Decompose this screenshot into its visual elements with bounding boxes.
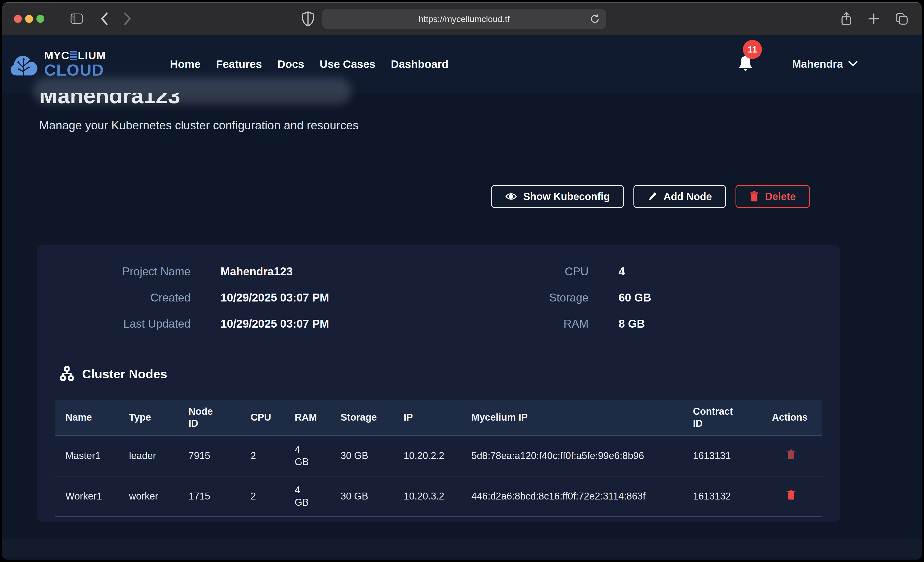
cloud-logo-icon: [9, 50, 40, 78]
storage-value: 60 GB: [588, 285, 840, 311]
close-window-button[interactable]: [14, 15, 22, 23]
tab-overview-icon[interactable]: [895, 12, 909, 25]
trash-icon: [750, 191, 759, 202]
back-icon[interactable]: [99, 12, 110, 25]
cluster-nodes-heading: Cluster Nodes: [59, 366, 840, 383]
table-row: Worker1 worker 1715 2 4 GB 30 GB 10.20.3…: [56, 476, 822, 517]
cell-mycelium-ip: 5d8:78ea:a120:f40c:ff0f:a5fe:99e6:8b96: [471, 450, 693, 462]
brand-logo[interactable]: MYC LIUM CLOUD: [9, 50, 106, 78]
user-menu[interactable]: Mahendra: [792, 58, 858, 70]
created-label: Created: [37, 285, 190, 311]
minimize-window-button[interactable]: [25, 15, 33, 23]
row-delete-button[interactable]: [772, 449, 822, 463]
add-node-button[interactable]: Add Node: [633, 185, 726, 208]
col-storage: Storage: [340, 411, 404, 424]
delete-cluster-button[interactable]: Delete: [735, 185, 810, 208]
cluster-info-grid: Project Name Mahendra123 CPU 4 Created 1…: [37, 259, 840, 337]
last-updated-value: 10/29/2025 03:07 PM: [190, 311, 460, 337]
window-controls: [14, 15, 44, 23]
cell-type: worker: [129, 490, 189, 502]
col-name: Name: [65, 411, 129, 424]
project-name-value: Mahendra123: [190, 259, 460, 285]
cpu-value: 4: [588, 259, 840, 285]
col-mycelium-ip: Mycelium IP: [471, 411, 693, 424]
brand-e-glyph: [70, 51, 77, 60]
table-header-row: Name Type Node ID CPU RAM Storage IP Myc…: [56, 400, 822, 435]
cluster-details-panel: Project Name Mahendra123 CPU 4 Created 1…: [37, 245, 840, 522]
storage-label: Storage: [460, 285, 588, 311]
col-type: Type: [129, 411, 189, 424]
cluster-nodes-table: Name Type Node ID CPU RAM Storage IP Myc…: [56, 400, 822, 517]
forward-icon[interactable]: [122, 12, 133, 25]
main-nav: Home Features Docs Use Cases Dashboard: [170, 58, 448, 70]
created-value: 10/29/2025 03:07 PM: [190, 285, 460, 311]
brand-name-bottom: CLOUD: [44, 62, 106, 78]
ram-label: RAM: [460, 311, 588, 337]
project-name-label: Project Name: [37, 259, 190, 285]
col-ip: IP: [404, 411, 471, 424]
page-content: Mahendra123 Manage your Kubernetes clust…: [2, 85, 922, 551]
last-updated-label: Last Updated: [37, 311, 190, 337]
cell-storage: 30 GB: [340, 450, 404, 462]
cell-storage: 30 GB: [340, 490, 404, 502]
notifications-button[interactable]: 11: [737, 55, 754, 73]
col-cpu: CPU: [250, 411, 295, 424]
privacy-shield-icon[interactable]: [302, 11, 314, 27]
cpu-label: CPU: [460, 259, 588, 285]
url-text: https://myceliumcloud.tf: [418, 14, 510, 24]
nav-item-home[interactable]: Home: [170, 58, 201, 70]
nav-item-use-cases[interactable]: Use Cases: [320, 58, 376, 70]
browser-window: https://myceliumcloud.tf: [2, 2, 922, 560]
chevron-down-icon: [848, 60, 858, 68]
eye-icon: [505, 192, 517, 201]
browser-toolbar: https://myceliumcloud.tf: [2, 2, 922, 35]
col-actions: Actions: [772, 411, 822, 424]
trash-icon: [787, 449, 795, 463]
cell-mycelium-ip: 446:d2a6:8bcd:8c16:ff0f:72e2:3114:863f: [471, 490, 693, 502]
pencil-icon: [648, 191, 657, 201]
cell-type: leader: [129, 450, 189, 462]
cell-ip: 10.20.2.2: [404, 450, 471, 462]
cell-cpu: 2: [250, 490, 295, 502]
reload-icon[interactable]: [590, 13, 601, 25]
cell-node-id: 7915: [189, 450, 250, 462]
nav-item-dashboard[interactable]: Dashboard: [391, 58, 448, 70]
cell-name: Worker1: [65, 490, 129, 502]
trash-icon: [787, 490, 795, 503]
show-kubeconfig-button[interactable]: Show Kubeconfig: [491, 185, 624, 208]
cell-cpu: 2: [250, 450, 295, 462]
cluster-nodes-icon: [59, 366, 75, 383]
col-node-id: Node ID: [189, 405, 250, 430]
share-icon[interactable]: [840, 11, 853, 26]
nav-item-features[interactable]: Features: [216, 58, 262, 70]
zoom-window-button[interactable]: [36, 15, 44, 23]
ram-value: 8 GB: [588, 311, 840, 337]
cell-contract-id: 1613132: [693, 490, 772, 502]
new-tab-icon[interactable]: [868, 13, 880, 25]
page-footer: [2, 539, 922, 558]
site-header: MYC LIUM CLOUD Home Features Docs Use Ca…: [2, 35, 922, 93]
cell-name: Master1: [65, 450, 129, 462]
cell-ram: 4 GB: [295, 444, 340, 468]
table-row: Master1 leader 7915 2 4 GB 30 GB 10.20.2…: [56, 435, 822, 476]
cell-node-id: 1715: [189, 490, 250, 502]
cell-ip: 10.20.3.2: [404, 490, 471, 502]
nav-item-docs[interactable]: Docs: [277, 58, 304, 70]
brand-name-top: MYC LIUM: [44, 50, 106, 61]
col-ram: RAM: [295, 411, 340, 424]
cell-ram: 4 GB: [295, 484, 340, 508]
notification-badge: 11: [743, 40, 762, 59]
address-bar[interactable]: https://myceliumcloud.tf: [322, 9, 606, 29]
sidebar-toggle-icon[interactable]: [70, 13, 83, 24]
page-subtitle: Manage your Kubernetes cluster configura…: [39, 118, 922, 132]
row-delete-button[interactable]: [772, 490, 822, 503]
col-contract-id: Contract ID: [693, 405, 772, 430]
cluster-actions: Show Kubeconfig Add Node Delete: [2, 185, 810, 208]
cell-contract-id: 1613131: [693, 450, 772, 462]
user-name: Mahendra: [792, 58, 843, 70]
bell-icon: [737, 69, 754, 73]
